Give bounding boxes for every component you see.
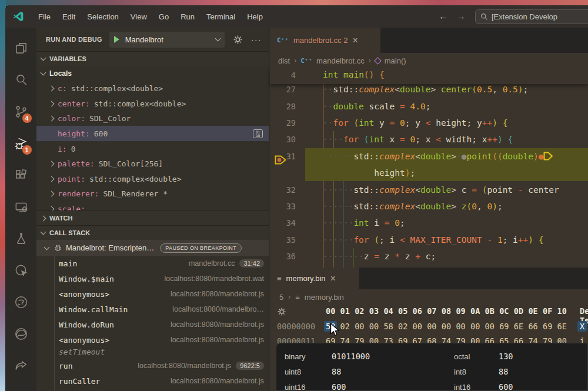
launch-config-dropdown[interactable]: Mandelbrot <box>109 32 225 48</box>
stack-frame-row[interactable]: setTimeout <box>36 345 269 358</box>
inspector-label: uint8 <box>285 367 301 376</box>
breadcrumb-symbol[interactable]: main() <box>385 56 406 65</box>
menu-terminal[interactable]: Terminal <box>201 9 241 24</box>
hex-byte[interactable]: 00 <box>442 322 451 331</box>
stack-frame-row[interactable]: <anonymous>localhost:8080/mandelbrot.js <box>36 286 269 302</box>
variables-section-header[interactable]: VARIABLES <box>36 51 269 66</box>
breakpoint-current-line-icon[interactable] <box>275 155 288 165</box>
code-line[interactable]: 28··double scale = 4.0; <box>270 98 588 114</box>
hex-rows[interactable]: 00000000580200005802000000000000696E6669… <box>270 320 588 343</box>
forward-arrow-icon[interactable]: → <box>456 11 466 22</box>
source-control-icon[interactable]: 4 <box>7 96 35 128</box>
hex-byte[interactable]: 00 <box>413 322 422 331</box>
live-preview-icon[interactable] <box>7 255 35 286</box>
hex-row[interactable]: 0000001169747900736967687479006665667479… <box>270 335 588 343</box>
code-line[interactable]: 35······for (; i < MAX_ITER_COUNT - 1; i… <box>270 232 588 248</box>
binary-view-icon[interactable]: 0110 <box>253 129 263 138</box>
code-line[interactable]: 32······std::complex<double> c = (point … <box>270 181 588 198</box>
run-debug-icon[interactable]: 1 <box>7 128 35 159</box>
extensions-icon[interactable] <box>7 159 35 191</box>
stack-frame-row[interactable]: Window.callMainlocalhost:8080/mandelbro… <box>36 302 269 317</box>
hex-byte[interactable]: 66 <box>528 322 537 331</box>
variable-row[interactable]: renderer:SDL_Renderer * <box>36 186 269 202</box>
code-viewport[interactable]: 27··std::complex<double> center(0.5, 0.5… <box>270 84 588 268</box>
code-line[interactable]: 31······std::complex<double>·●point((dou… <box>270 148 588 165</box>
menu-help[interactable]: Help <box>241 9 269 24</box>
variable-row[interactable]: height:6000110 <box>36 126 269 141</box>
variable-row[interactable]: point:std::complex<double> <box>36 171 269 186</box>
variable-row[interactable]: i:0 <box>36 141 269 156</box>
remote-explorer-icon[interactable] <box>7 191 35 223</box>
stack-frame-row[interactable]: mainmandelbrot.cc31:42 <box>36 256 269 271</box>
menu-run[interactable]: Run <box>175 9 201 24</box>
variables-group-locals[interactable]: Locals <box>36 66 269 81</box>
search-text: [Extension Develop <box>492 12 557 21</box>
github-icon[interactable] <box>7 286 35 318</box>
menu-file[interactable]: File <box>32 9 56 24</box>
menu-edit[interactable]: Edit <box>56 9 81 24</box>
tab-memory-bin[interactable]: ≡ memory.bin × <box>270 268 359 289</box>
hex-byte[interactable]: 00 <box>485 322 495 331</box>
hex-settings-gear-icon[interactable] <box>277 307 286 316</box>
back-arrow-icon[interactable]: ← <box>439 11 448 22</box>
breadcrumb-file[interactable]: mandelbrot.cc <box>316 56 365 65</box>
tab-mandelbrot-cc[interactable]: C⁺⁺ mandelbrot.cc 2 × <box>270 28 380 53</box>
start-debug-icon[interactable] <box>114 36 119 43</box>
code-line[interactable]: 27··std::complex<double> center(0.5, 0.5… <box>270 84 588 98</box>
stack-frame-row[interactable]: Window.doRunlocalhost:8080/mandelbrot.js <box>36 317 269 332</box>
variable-row[interactable]: center:std::complex<double> <box>36 96 269 111</box>
variable-row[interactable]: color:SDL_Color <box>36 111 269 126</box>
menu-view[interactable]: View <box>125 9 153 24</box>
code-token: 0 <box>400 118 405 128</box>
variable-row[interactable]: c:std::complex<double> <box>36 81 269 96</box>
code-line[interactable]: height); <box>270 165 588 181</box>
stack-frame-row[interactable]: runCallerlocalhost:8080/mandelbrot.js <box>36 373 269 389</box>
inspector-label: int16 <box>454 383 470 391</box>
code-line[interactable]: 29··for (int y = 0; y < height; y++) { <box>270 115 588 131</box>
breadcrumb-folder[interactable]: dist <box>278 56 290 65</box>
hex-byte[interactable]: 6E <box>557 322 567 331</box>
code-line[interactable]: 34······int i = 0; <box>270 215 588 231</box>
debug-settings-gear-icon[interactable] <box>233 35 243 45</box>
variable-row[interactable]: scale: <box>36 201 269 210</box>
hex-byte[interactable]: 00 <box>427 322 436 331</box>
stack-frame-row[interactable]: Window.$mainlocalhost:8080/mandelbrot.wa… <box>36 271 269 286</box>
testing-icon[interactable] <box>7 223 35 255</box>
code-line[interactable]: 30····for (int x = 0; x < width; x++) { <box>270 131 588 148</box>
editor-tab-strip: C⁺⁺ mandelbrot.cc 2 × <box>270 28 588 53</box>
browser-icon[interactable] <box>7 318 35 350</box>
hex-byte[interactable]: 58 <box>383 322 393 331</box>
close-icon[interactable]: × <box>330 273 336 284</box>
title-bar: FileEditSelectionViewGoRunTerminalHelp ←… <box>5 5 588 28</box>
breadcrumb-folder[interactable]: 5 <box>279 293 283 302</box>
hex-row[interactable]: 00000000580200005802000000000000696E6669… <box>270 320 588 335</box>
menu-go[interactable]: Go <box>153 9 175 24</box>
hex-byte[interactable]: 6E <box>514 322 523 331</box>
close-icon[interactable]: × <box>352 35 358 46</box>
share-icon[interactable] <box>7 350 35 382</box>
call-stack-section-header[interactable]: CALL STACK <box>36 225 269 240</box>
code-line[interactable]: 33······std::complex<double> z(0, 0); <box>270 198 588 215</box>
breadcrumb-file[interactable]: memory.bin <box>305 293 344 302</box>
hex-byte[interactable]: 00 <box>470 322 480 331</box>
code-token: ++ <box>487 135 497 144</box>
hex-byte[interactable]: 69 <box>543 322 552 331</box>
hex-byte[interactable]: 02 <box>398 322 407 331</box>
hex-byte[interactable]: 00 <box>369 322 379 331</box>
hex-byte[interactable]: 00 <box>456 322 465 331</box>
search-view-icon[interactable] <box>7 64 35 96</box>
code-text: ······for (; i < MAX_ITER_COUNT - 1; i++… <box>305 235 544 245</box>
hex-byte[interactable]: 69 <box>499 322 509 331</box>
command-center-search[interactable]: [Extension Develop <box>475 9 588 24</box>
explorer-icon[interactable] <box>7 32 35 64</box>
code-line[interactable]: 36········z = z * z + c; <box>270 248 588 265</box>
menu-selection[interactable]: Selection <box>81 9 124 24</box>
stack-frame-row[interactable]: runlocalhost:8080/mandelbrot.js9622:5 <box>36 358 269 373</box>
debug-session-row[interactable]: Mandelbrot: Emscripten… PAUSED ON BREAKP… <box>36 240 269 256</box>
hex-byte[interactable]: 00 <box>355 322 364 331</box>
sticky-scroll-line[interactable]: 4int main() { <box>270 68 588 84</box>
code-token: for <box>333 118 348 128</box>
more-actions-icon[interactable]: ··· <box>251 35 262 45</box>
watch-section-header[interactable]: WATCH <box>36 210 269 225</box>
variable-row[interactable]: palette:SDL_Color[256] <box>36 156 269 172</box>
